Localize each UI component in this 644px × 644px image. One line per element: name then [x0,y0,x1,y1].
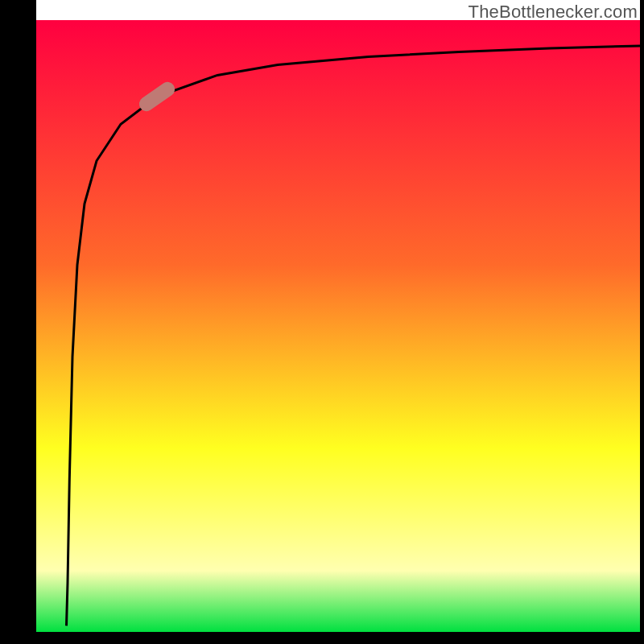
plot-area [36,20,640,632]
axis-bottom [0,632,644,644]
chart-container: TheBottlenecker.com [0,0,644,644]
axis-left [0,0,36,644]
bottleneck-chart [0,0,644,644]
axis-right [640,0,644,644]
